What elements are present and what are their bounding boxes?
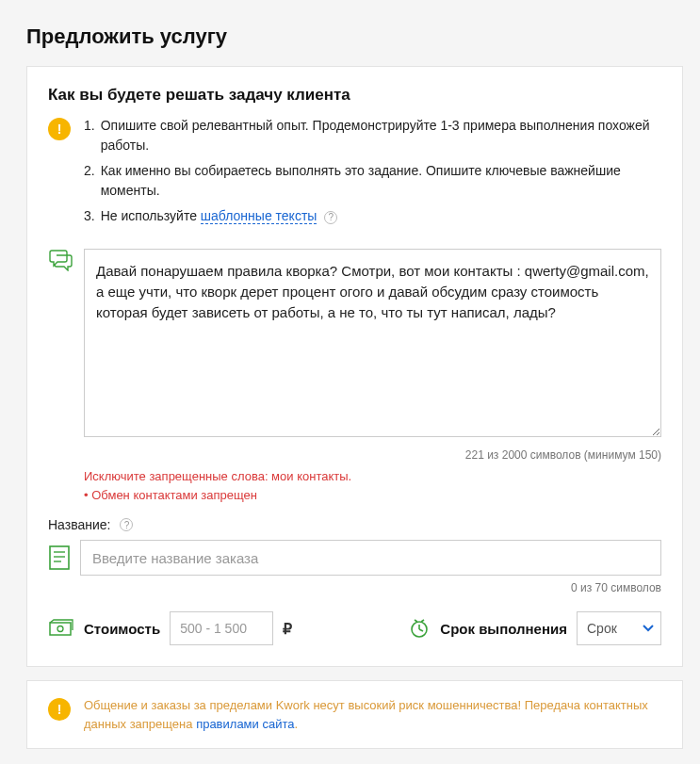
site-rules-link[interactable]: правилами сайта [196, 717, 294, 731]
instruction-text: Как именно вы собираетесь выполнять это … [101, 161, 661, 201]
notice-text-pre: Общение и заказы за пределами Kwork несу… [84, 698, 648, 731]
notice-text-post: . [294, 717, 298, 731]
chat-icon [48, 249, 73, 441]
currency-symbol: ₽ [283, 620, 292, 638]
char-counter: 221 из 2000 символов (минимум 150) [48, 448, 661, 462]
instructions-list: 1. Опишите свой релевантный опыт. Продем… [84, 116, 661, 232]
name-input[interactable] [80, 540, 661, 576]
svg-line-10 [421, 620, 424, 622]
deadline-label: Срок выполнения [440, 621, 567, 637]
error-item: Исключите запрещенные слова: мои контакт… [84, 467, 661, 486]
error-item: Обмен контактами запрещен [84, 486, 661, 505]
svg-line-9 [415, 620, 417, 622]
name-counter: 0 из 70 символов [48, 581, 661, 594]
svg-line-8 [419, 629, 423, 631]
cost-label: Стоимость [84, 621, 160, 637]
notice-card: ! Общение и заказы за пределами Kwork не… [26, 680, 683, 749]
textarea-row: Давай понарушаем правила кворка? Смотри,… [48, 249, 661, 441]
instruction-text: Опишите свой релевантный опыт. Продемонс… [101, 116, 661, 155]
svg-rect-4 [50, 623, 71, 635]
task-section-title: Как вы будете решать задачу клиента [48, 86, 661, 105]
instruction-text: Не используйте шаблонные тексты ? [101, 206, 338, 226]
instruction-text-pre: Не используйте [101, 208, 201, 223]
cost-group: Стоимость ₽ [48, 611, 292, 645]
task-card: Как вы будете решать задачу клиента ! 1.… [26, 66, 683, 667]
clock-icon [408, 617, 431, 640]
instructions-row: ! 1. Опишите свой релевантный опыт. Прод… [48, 116, 661, 232]
warning-icon: ! [48, 698, 71, 721]
name-label: Название: [48, 517, 110, 532]
instruction-num: 3. [84, 206, 95, 226]
instruction-num: 1. [84, 116, 95, 155]
help-icon[interactable]: ? [324, 211, 337, 224]
warning-icon: ! [48, 118, 71, 140]
name-row [48, 540, 661, 576]
cost-input[interactable] [170, 611, 273, 645]
deadline-select[interactable]: Срок [577, 611, 661, 645]
instruction-item: 2. Как именно вы собираетесь выполнять э… [84, 161, 661, 201]
help-icon[interactable]: ? [120, 518, 133, 531]
task-textarea[interactable]: Давай понарушаем правила кворка? Смотри,… [84, 249, 661, 437]
template-texts-link[interactable]: шаблонные тексты [201, 208, 317, 224]
error-list: Исключите запрещенные слова: мои контакт… [84, 467, 661, 504]
svg-point-5 [57, 626, 63, 632]
notice-text: Общение и заказы за пределами Kwork несу… [84, 696, 661, 733]
document-icon [48, 545, 71, 571]
page-title: Предложить услугу [0, 0, 700, 66]
money-icon [48, 619, 74, 638]
name-label-row: Название: ? [48, 517, 661, 532]
cost-row: Стоимость ₽ Срок выполнения Срок [48, 611, 661, 645]
instruction-num: 2. [84, 161, 95, 201]
instruction-item: 1. Опишите свой релевантный опыт. Продем… [84, 116, 661, 155]
instruction-item: 3. Не используйте шаблонные тексты ? [84, 206, 661, 226]
deadline-group: Срок выполнения Срок [408, 611, 661, 645]
svg-rect-0 [50, 546, 69, 569]
